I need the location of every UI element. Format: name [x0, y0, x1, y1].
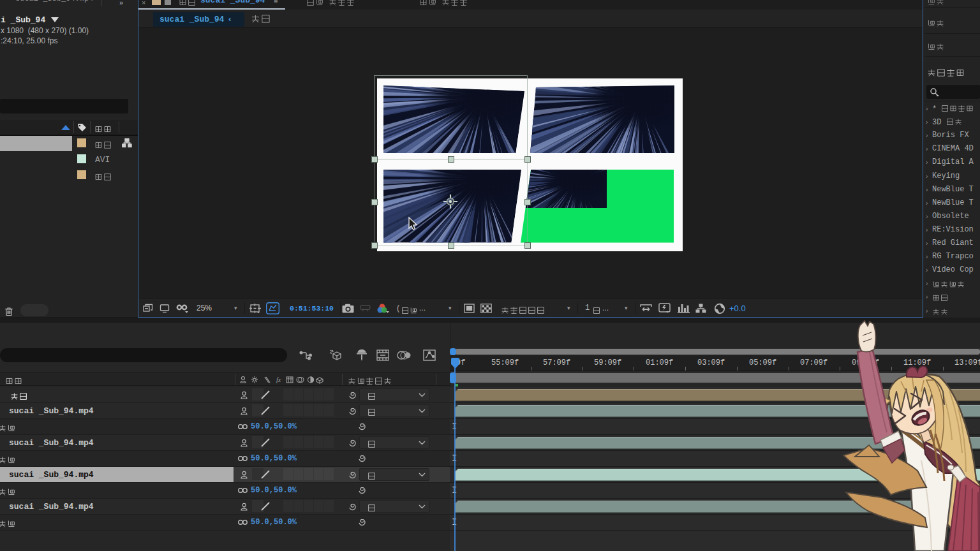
svg-text:fx: fx — [276, 376, 281, 383]
